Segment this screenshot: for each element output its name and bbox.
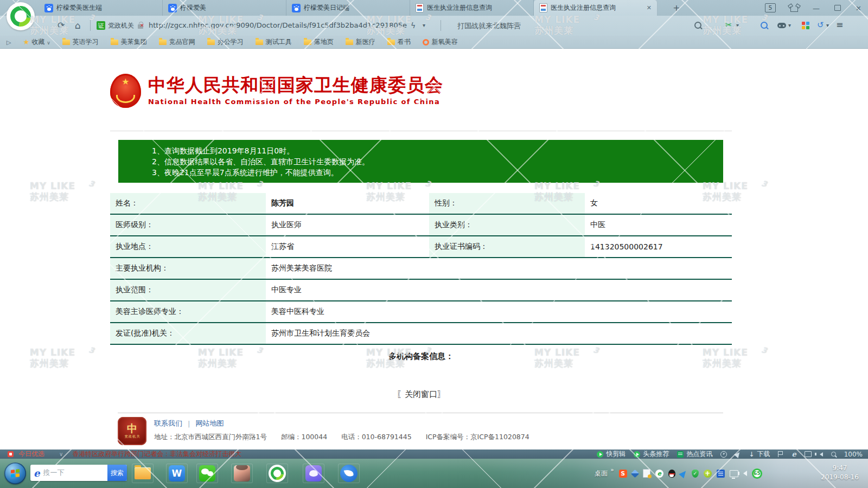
- taskbar-photo-viewer-button[interactable]: [231, 464, 253, 483]
- refresh-icon[interactable]: [58, 20, 65, 31]
- taskbar-tim-button[interactable]: [338, 464, 360, 483]
- hot-news-button[interactable]: 热点资讯: [677, 450, 712, 459]
- taskbar-search-box[interactable]: e 搜一下 搜索: [30, 465, 127, 481]
- tray-sogou-icon[interactable]: S: [619, 470, 627, 478]
- browser-tab-2[interactable]: 柠檬爱美: [163, 0, 286, 16]
- taskbar-360-browser-button[interactable]: [266, 464, 288, 483]
- gamepad-icon[interactable]: [777, 23, 786, 28]
- toutiao-button[interactable]: 头条推荐: [634, 450, 669, 459]
- bookmark-folder-4[interactable]: 办公学习: [207, 37, 244, 47]
- ie-mode-icon[interactable]: e: [792, 450, 796, 458]
- tray-qq-icon[interactable]: [668, 470, 675, 478]
- tab-count-badge[interactable]: 5: [765, 3, 776, 12]
- gov-site-badge-icon: 中 党政机关: [118, 417, 146, 445]
- favorites-button[interactable]: 收藏: [23, 37, 50, 47]
- magnifier-tool-icon[interactable]: [761, 22, 768, 29]
- tray-security-shield-icon[interactable]: ✓: [692, 470, 699, 478]
- gamepad-caret-icon[interactable]: [788, 22, 791, 28]
- speed-mode-icon[interactable]: [411, 20, 416, 31]
- bookmark-folder-7[interactable]: 新医疗: [346, 37, 375, 47]
- tray-network-icon[interactable]: [730, 470, 738, 477]
- tray-volume-icon[interactable]: [743, 471, 747, 476]
- close-window-link[interactable]: 〖关闭窗口〗: [110, 389, 732, 400]
- taskbar-explorer-button[interactable]: [132, 464, 154, 483]
- windows-taskbar: e 搜一下 搜索 W 桌面 S e ✓ + 65 9:47 2019-08: [0, 459, 868, 488]
- search-engine-icon: e: [34, 467, 40, 479]
- taskbar-wps-button[interactable]: W: [166, 464, 188, 483]
- bookmark-folder-5[interactable]: 测试工具: [256, 37, 292, 47]
- scissors-caret-icon[interactable]: [736, 22, 739, 28]
- browser-tab-4[interactable]: 医生执业注册信息查询: [410, 0, 534, 16]
- collapse-caret-icon[interactable]: [59, 451, 63, 457]
- home-icon[interactable]: [75, 20, 81, 31]
- photo-icon: [234, 465, 250, 481]
- zoom-level[interactable]: 100%: [844, 451, 863, 458]
- browser-search-input[interactable]: 打国战就来北魏阵营: [457, 21, 521, 31]
- divider: [118, 413, 723, 413]
- daily-picks-label[interactable]: 今日优选: [18, 450, 44, 459]
- field-value: 陈芳园: [266, 193, 429, 214]
- download-button[interactable]: 下载: [749, 450, 770, 459]
- browser-tab-3[interactable]: 柠檬爱美日记端: [286, 0, 410, 16]
- tab-label: 医生执业注册信息查询: [551, 3, 643, 12]
- desktop-label: 桌面: [595, 469, 608, 478]
- tab-close-icon[interactable]: [647, 4, 652, 11]
- speed-test-icon[interactable]: [720, 451, 727, 458]
- zoom-magnifier-icon[interactable]: [831, 452, 836, 457]
- restore-button[interactable]: [834, 5, 841, 11]
- desktop-toolbar[interactable]: 桌面: [595, 469, 614, 478]
- bookmark-folder-2[interactable]: 美莱集团: [111, 37, 147, 47]
- bookmark-folder-8[interactable]: 看书: [387, 37, 411, 47]
- contact-us-link[interactable]: 联系我们: [154, 419, 182, 428]
- url-dropdown-caret-icon[interactable]: [423, 22, 425, 28]
- new-tab-button[interactable]: [668, 0, 685, 16]
- url-text[interactable]: http://zgcx.nhfpc.gov.cn:9090/Doctor/Det…: [149, 21, 407, 29]
- bookmark-folder-1[interactable]: 英语学习: [62, 37, 99, 47]
- close-window-button[interactable]: [856, 3, 861, 13]
- browser-tab-5-active[interactable]: 医生执业注册信息查询: [534, 0, 658, 16]
- browser-360-logo-icon[interactable]: [7, 2, 35, 30]
- apps-grid-icon[interactable]: [802, 22, 809, 29]
- theme-skin-icon[interactable]: [790, 7, 798, 12]
- taskbar-wechat-button[interactable]: [196, 464, 218, 483]
- screenshot-scissors-icon[interactable]: [725, 20, 732, 30]
- clock-time: 9:47: [815, 464, 865, 473]
- taskbar-purple-app-button[interactable]: [303, 464, 324, 483]
- bookmarks-expand-icon[interactable]: [7, 38, 11, 46]
- menu-icon[interactable]: [836, 20, 843, 30]
- bookmark-folder-6[interactable]: 落地页: [304, 37, 334, 47]
- tray-plane-icon[interactable]: [679, 468, 688, 478]
- sitemap-link[interactable]: 网站地图: [195, 419, 224, 428]
- search-icon[interactable]: [694, 22, 701, 29]
- site-cert-badge[interactable]: 证 党政机关: [97, 20, 134, 31]
- browser-tab-1[interactable]: 柠檬爱美医生端: [39, 0, 163, 16]
- quick-editor-button[interactable]: 快剪辑: [597, 450, 626, 459]
- folder-icon: [346, 40, 353, 45]
- tray-document-icon[interactable]: [643, 469, 650, 478]
- bookmark-label: 办公学习: [218, 37, 244, 47]
- tray-speedball[interactable]: 65: [752, 468, 762, 479]
- rocket-boost-icon[interactable]: [734, 450, 742, 458]
- start-button[interactable]: [4, 463, 26, 484]
- tray-plus-icon[interactable]: +: [704, 470, 712, 478]
- tray-input-method-icon[interactable]: [717, 470, 725, 478]
- newsbar-left: 今日优选 香港特区政府举行跨部门记者会：非法集会对经济打击很大: [0, 450, 241, 459]
- bookmark-label: 看书: [398, 37, 411, 47]
- window-mode-icon[interactable]: [805, 451, 812, 457]
- flag-icon[interactable]: [778, 451, 783, 457]
- bookmarks-bar: 收藏 英语学习 美莱集团 竞品官网 办公学习 测试工具 落地页 新医疗 看书 新…: [0, 36, 868, 49]
- mute-speaker-icon[interactable]: [820, 452, 823, 457]
- tray-diamond-icon[interactable]: [630, 469, 639, 478]
- taskbar-clock[interactable]: 9:47 2019-08-16: [815, 464, 865, 482]
- minimize-button[interactable]: [813, 3, 820, 13]
- undo-caret-icon[interactable]: [826, 22, 829, 28]
- undo-history-icon[interactable]: [817, 20, 824, 30]
- tray-360-icon[interactable]: e: [655, 470, 663, 478]
- baidu-favicon: [292, 4, 301, 12]
- search-button[interactable]: 搜索: [107, 465, 127, 481]
- bookmark-folder-3[interactable]: 竞品官网: [159, 37, 195, 47]
- search-placeholder[interactable]: 搜一下: [43, 468, 107, 478]
- bookmark-soyoung[interactable]: 新氧美容: [423, 37, 458, 47]
- field-value: 苏州市卫生和计划生育委员会: [266, 323, 732, 344]
- news-headline-link[interactable]: 香港特区政府举行跨部门记者会：非法集会对经济打击很大: [72, 450, 241, 459]
